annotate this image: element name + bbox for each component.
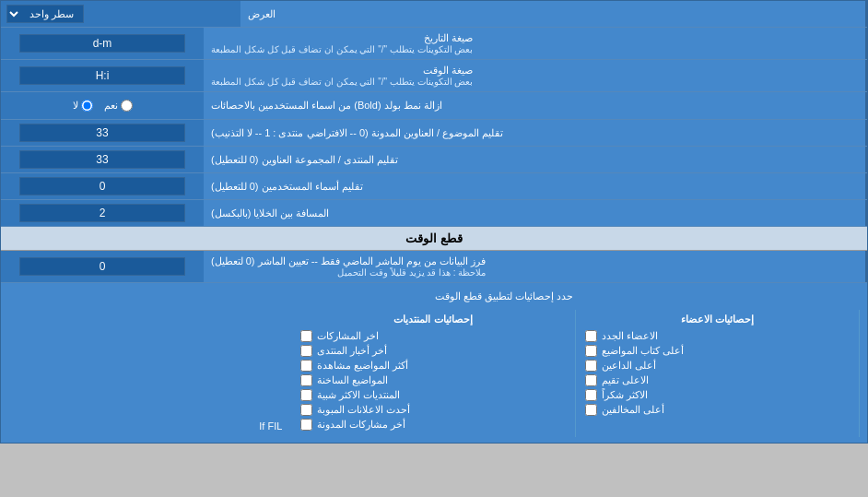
bold-no-label[interactable]: لا [73,100,93,112]
top-inviters-checkbox[interactable] [585,360,597,372]
topic-titles-input[interactable]: 33 [19,124,185,142]
bold-remove-title: ازالة نمط بولد (Bold) من اسماء المستخدمي… [211,100,442,112]
checkbox-top-inviters: أعلى الداعين [585,360,850,372]
if-fil-label: If FIL [259,420,282,432]
stats-label-spacer [581,289,860,304]
bold-no-radio[interactable] [81,100,93,112]
header-label-text: العرض [248,8,276,20]
topic-titles-title: تقليم الموضوع / العناوين المدونة (0 -- ا… [211,127,503,139]
date-format-label: صيغة التاريخ بعض التكوينات يتطلب "/" الت… [204,28,867,59]
top-violators-checkbox[interactable] [585,404,597,416]
bold-remove-row: ازالة نمط بولد (Bold) من اسماء المستخدمي… [1,92,867,120]
cutoff-section-header: قطع الوقت [1,227,867,251]
top-violators-label: أعلى المخالفين [602,404,664,416]
cutoff-filter-label: فرز البيانات من يوم الماشر الماضي فقط --… [204,251,867,282]
forum-titles-title: تقليم المنتدى / المجموعة العناوين (0 للت… [211,154,398,166]
checkbox-most-thanked: الاكثر شكراً [585,389,850,401]
latest-classified-checkbox[interactable] [300,404,312,416]
topic-titles-input-container: 33 [1,120,204,146]
member-stats-col: إحصائيات الاعضاء الاعضاء الجدد أعلى كتاب… [576,310,860,437]
forum-stats-col: إحصائيات المنتديات اخر المشاركات أخر أخب… [291,310,575,437]
bold-no-text: لا [73,100,78,112]
cutoff-filter-input-container: 0 [1,251,204,282]
bold-yes-label[interactable]: نعم [104,100,133,112]
last-news-checkbox[interactable] [300,345,312,357]
checkbox-hot-topics: المواضيع الساخنة [300,374,565,386]
most-forums-checkbox[interactable] [300,389,312,401]
header-row: العرض سطر واحد سطران ثلاثة أسطر [1,1,867,28]
cell-spacing-input-container: 2 [1,200,204,226]
cell-spacing-title: المسافة بين الخلايا (بالبكسل) [211,207,330,219]
stats-label-text: حدد إحصائيات لتطبيق قطع الوقت [8,289,581,304]
top-rated-label: الاعلى تقيم [602,374,649,386]
last-news-label: أخر أخبار المنتدى [317,345,387,357]
display-select[interactable]: سطر واحد سطران ثلاثة أسطر [6,5,84,23]
cell-spacing-label: المسافة بين الخلايا (بالبكسل) [204,200,867,226]
top-topic-writers-label: أعلى كتاب المواضيع [602,345,684,357]
last-posts-label: اخر المشاركات [317,330,379,342]
time-format-title: صيغة الوقت [423,65,473,76]
cutoff-filter-main: فرز البيانات من يوم الماشر الماضي فقط --… [211,255,486,266]
checkbox-last-blog-posts: أخر مشاركات المدونة [300,419,565,431]
time-format-input[interactable]: H:i [19,66,185,85]
bold-yes-text: نعم [104,100,118,112]
bold-yes-radio[interactable] [121,100,133,112]
cutoff-filter-row: فرز البيانات من يوم الماشر الماضي فقط --… [1,251,867,283]
topic-titles-label: تقليم الموضوع / العناوين المدونة (0 -- ا… [204,120,867,146]
header-select-container: سطر واحد سطران ثلاثة أسطر [1,1,240,27]
most-thanked-label: الاكثر شكراً [602,389,648,401]
top-topic-writers-checkbox[interactable] [585,345,597,357]
forum-titles-input-container: 33 [1,147,204,172]
forum-titles-row: تقليم المنتدى / المجموعة العناوين (0 للت… [1,147,867,173]
date-format-input[interactable]: d-m [19,34,185,53]
usernames-title: تقليم أسماء المستخدمين (0 للتعطيل) [211,181,363,193]
usernames-input-container: 0 [1,173,204,199]
bold-remove-label: ازالة نمط بولد (Bold) من اسماء المستخدمي… [204,92,867,119]
time-format-input-container: H:i [1,60,204,91]
usernames-label: تقليم أسماء المستخدمين (0 للتعطيل) [204,173,867,199]
checkbox-latest-classified: أحدث الاعلانات المبوبة [300,404,565,416]
most-viewed-label: أكثر المواضيع مشاهدة [317,360,408,372]
most-thanked-checkbox[interactable] [585,389,597,401]
checkboxes-inner: إحصائيات الاعضاء الاعضاء الجدد أعلى كتاب… [8,310,860,437]
last-blog-posts-label: أخر مشاركات المدونة [317,419,405,431]
new-members-checkbox[interactable] [585,330,597,342]
topic-titles-row: تقليم الموضوع / العناوين المدونة (0 -- ا… [1,120,867,147]
member-stats-title: إحصائيات الاعضاء [585,314,850,325]
date-format-title: صيغة التاريخ [424,32,473,43]
checkbox-most-viewed: أكثر المواضيع مشاهدة [300,360,565,372]
main-container: العرض سطر واحد سطران ثلاثة أسطر صيغة الت… [0,0,868,444]
checkbox-most-forums: المنتديات الاكثر شبية [300,389,565,401]
time-format-note: بعض التكوينات يتطلب "/" التي يمكن ان تضا… [211,77,473,87]
hot-topics-label: المواضيع الساخنة [317,374,388,386]
cutoff-title: قطع الوقت [405,231,463,245]
forum-stats-title: إحصائيات المنتديات [300,314,565,325]
checkbox-top-violators: أعلى المخالفين [585,404,850,416]
hot-topics-checkbox[interactable] [300,374,312,386]
header-label: العرض [240,1,867,27]
new-members-label: الاعضاء الجدد [602,330,658,342]
most-viewed-checkbox[interactable] [300,360,312,372]
forum-titles-label: تقليم المنتدى / المجموعة العناوين (0 للت… [204,147,867,172]
top-inviters-label: أعلى الداعين [602,360,656,372]
last-posts-checkbox[interactable] [300,330,312,342]
stats-label-row: حدد إحصائيات لتطبيق قطع الوقت [8,289,860,304]
checkbox-top-rated: الاعلى تقيم [585,374,850,386]
usernames-input[interactable]: 0 [19,177,185,195]
checkbox-new-members: الاعضاء الجدد [585,330,850,342]
bold-radio-group: نعم لا [65,96,140,115]
time-format-label: صيغة الوقت بعض التكوينات يتطلب "/" التي … [204,60,867,91]
latest-classified-label: أحدث الاعلانات المبوبة [317,404,410,416]
time-format-row: صيغة الوقت بعض التكوينات يتطلب "/" التي … [1,60,867,92]
top-rated-checkbox[interactable] [585,374,597,386]
forum-titles-input[interactable]: 33 [19,150,185,169]
checkbox-last-news: أخر أخبار المنتدى [300,345,565,357]
cutoff-filter-input[interactable]: 0 [19,257,185,276]
usernames-row: تقليم أسماء المستخدمين (0 للتعطيل) 0 [1,173,867,200]
last-blog-posts-checkbox[interactable] [300,419,312,431]
date-format-note: بعض التكوينات يتطلب "/" التي يمكن ان تضا… [211,44,473,54]
date-format-row: صيغة التاريخ بعض التكوينات يتطلب "/" الت… [1,28,867,60]
cutoff-filter-note: ملاحظة : هذا قد يزيد قليلاً وقت التحميل [211,267,486,278]
cell-spacing-input[interactable]: 2 [19,204,185,222]
bold-remove-radio-container: نعم لا [1,92,204,119]
